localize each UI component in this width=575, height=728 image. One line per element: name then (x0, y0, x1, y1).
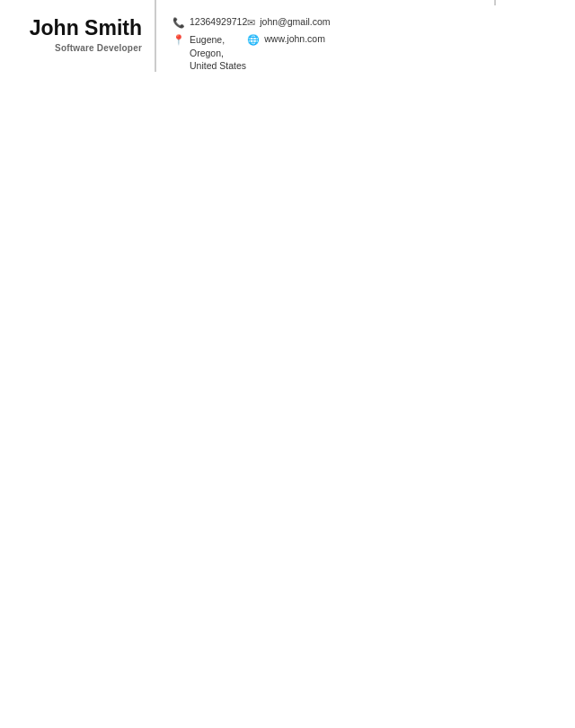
phone-icon: 📞 (172, 17, 185, 29)
web-icon: 🌐 (247, 34, 260, 46)
profile-title: Software Developer (55, 43, 142, 53)
profile-name: John Smith (30, 16, 142, 39)
summary-section: SUMMARY Summarise your top skills releva… (521, 0, 575, 728)
email-contact: ✉ john@gmail.com (247, 16, 330, 29)
location-icon: 📍 (172, 34, 185, 46)
website-contact: 🌐 www.john.com (247, 33, 330, 46)
location-contact: 📍 Eugene, Oregon, United States (172, 33, 247, 73)
phone-contact: 📞 12364929712 (172, 16, 247, 29)
resume: John Smith Software Developer 📞 12364929… (0, 0, 575, 728)
email-icon: ✉ (247, 17, 255, 29)
